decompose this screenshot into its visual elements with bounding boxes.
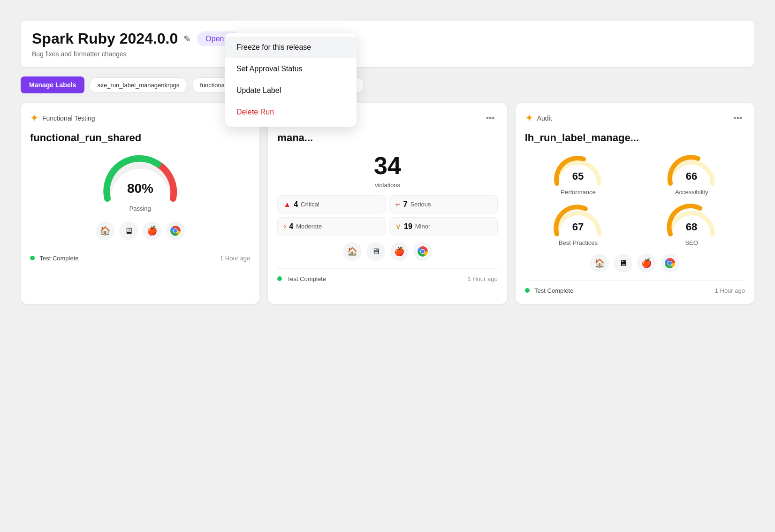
dropdown-menu: Freeze for this release Set Approval Sta… (225, 33, 357, 127)
accessibility-score-item: 66 Accessibility (638, 152, 745, 196)
apple-platform-icon: 🍎 (143, 221, 161, 240)
functional-time: 1 Hour ago (220, 255, 250, 262)
accessibility-status-text: Test Complete (287, 275, 326, 282)
best-practices-gauge: 67 (552, 202, 604, 237)
chrome-platform-icon (166, 221, 185, 240)
critical-icon: ▲ (283, 200, 291, 209)
critical-count: 4 (294, 200, 298, 209)
audit-card-menu-button[interactable]: ••• (730, 113, 745, 124)
header-top: Spark Ruby 2024.0.0 ✎ Open ∨ (32, 30, 743, 47)
dropdown-item-freeze[interactable]: Freeze for this release (225, 37, 357, 58)
dropdown-item-update-label[interactable]: Update Label (225, 80, 357, 101)
violations-label: violations (277, 182, 497, 189)
audit-card-footer: Test Complete 1 Hour ago (525, 280, 745, 295)
accessibility-status: Test Complete (277, 274, 326, 283)
svg-point-13 (668, 261, 672, 265)
moderate-badge: › 4 Moderate (277, 217, 386, 236)
accessibility-status-dot (277, 276, 282, 281)
minor-icon: ∨ (395, 222, 401, 231)
monitor-platform-icon-a: 🖥 (366, 242, 385, 261)
functional-icons-row: 🏠 🖥 🍎 (30, 221, 250, 240)
svg-text:80%: 80% (127, 181, 153, 196)
accessibility-icons-row: 🏠 🖥 🍎 (277, 242, 497, 261)
accessibility-run-name: mana... (277, 132, 497, 144)
label-tag-0[interactable]: axe_run_label_managenkrpgs (89, 77, 187, 93)
serious-icon: ⌐ (395, 199, 401, 209)
functional-run-name: functional_run_shared (30, 132, 250, 144)
apple-platform-icon-a: 🍎 (390, 242, 409, 261)
functional-testing-card: ✦ Functional Testing ••• functional_run_… (21, 103, 259, 304)
page-wrapper: Spark Ruby 2024.0.0 ✎ Open ∨ Bug fixes a… (9, 9, 766, 315)
svg-text:67: 67 (572, 221, 584, 233)
critical-badge: ▲ 4 Critical (277, 195, 386, 213)
svg-text:68: 68 (686, 221, 697, 233)
performance-label: Performance (561, 189, 595, 196)
seo-label: SEO (685, 239, 698, 246)
accessibility-gauge: 66 (666, 152, 717, 187)
violations-count: 34 (374, 152, 401, 179)
project-title: Spark Ruby 2024.0.0 (32, 30, 178, 47)
card-title-functional: Functional Testing (42, 114, 95, 122)
project-subtitle: Bug fixes and formatter changes (32, 50, 743, 58)
edit-icon[interactable]: ✎ (183, 33, 191, 45)
accessibility-card-footer: Test Complete 1 Hour ago (277, 268, 497, 283)
svg-text:65: 65 (572, 170, 584, 182)
dropdown-item-delete-run[interactable]: Delete Run (225, 101, 357, 123)
seo-score-item: 68 SEO (638, 202, 745, 246)
gauge-container: 80% Passing (30, 152, 250, 212)
violations-count-container: 34 (277, 152, 497, 180)
monitor-platform-icon: 🖥 (119, 221, 138, 240)
cards-row: ✦ Functional Testing ••• functional_run_… (21, 103, 754, 304)
header-card: Spark Ruby 2024.0.0 ✎ Open ∨ Bug fixes a… (21, 21, 754, 67)
minor-count: 19 (404, 222, 412, 231)
best-practices-score-item: 67 Best Practices (525, 202, 632, 246)
moderate-count: 4 (289, 222, 293, 231)
chrome-platform-icon-audit (661, 254, 679, 273)
accessibility-testing-card: ✦ Accessibility Testing ••• mana... 34 v… (268, 103, 507, 304)
home-platform-icon-audit: 🏠 (590, 254, 609, 273)
serious-type: Serious (410, 201, 431, 208)
card-header-audit: ✦ Audit ••• (525, 112, 745, 124)
accessibility-time: 1 Hour ago (467, 275, 497, 282)
sparkle-icon: ✦ (30, 112, 38, 124)
manage-labels-button[interactable]: Manage Labels (21, 76, 84, 93)
svg-point-6 (421, 250, 425, 253)
audit-run-name: lh_run_label_manage... (525, 132, 745, 144)
minor-badge: ∨ 19 Minor (389, 217, 498, 236)
functional-status-text: Test Complete (39, 255, 78, 262)
score-grid: 65 Performance 66 Accessibility (525, 152, 745, 246)
best-practices-label: Best Practices (559, 239, 598, 246)
card-title-audit: Audit (537, 114, 552, 122)
svg-text:66: 66 (686, 170, 697, 182)
status-dot (30, 256, 35, 260)
audit-status-text: Test Complete (534, 287, 573, 294)
audit-icons-row: 🏠 🖥 🍎 (525, 254, 745, 273)
audit-card: ✦ Audit ••• lh_run_label_manage... 65 Pe… (516, 103, 754, 304)
labels-bar: Manage Labels axe_run_label_managenkrpgs… (21, 76, 754, 93)
dropdown-item-set-approval[interactable]: Set Approval Status (225, 58, 357, 80)
home-platform-icon: 🏠 (96, 221, 114, 240)
seo-gauge: 68 (666, 202, 717, 237)
monitor-platform-icon-audit: 🖥 (614, 254, 632, 273)
audit-status-dot (525, 288, 530, 293)
apple-platform-icon-audit: 🍎 (637, 254, 656, 273)
accessibility-audit-label: Accessibility (675, 189, 708, 196)
audit-status: Test Complete (525, 286, 574, 295)
serious-badge: ⌐ 7 Serious (389, 195, 498, 213)
accessibility-card-menu-button[interactable]: ••• (483, 113, 498, 124)
functional-card-footer: Test Complete 1 Hour ago (30, 248, 250, 262)
moderate-icon: › (283, 221, 286, 231)
svg-point-3 (174, 229, 177, 233)
gauge-label: Passing (129, 205, 151, 212)
card-header-functional: ✦ Functional Testing ••• (30, 112, 250, 124)
serious-count: 7 (403, 200, 408, 209)
sparkle-icon-audit: ✦ (525, 112, 533, 124)
minor-type: Minor (415, 223, 431, 230)
moderate-type: Moderate (296, 223, 322, 230)
critical-type: Critical (301, 201, 319, 208)
violation-grid: ▲ 4 Critical ⌐ 7 Serious › 4 Moderate ∨ … (277, 195, 497, 236)
functional-status: Test Complete (30, 254, 79, 262)
chrome-platform-icon-a (413, 242, 432, 261)
performance-score-item: 65 Performance (525, 152, 632, 196)
audit-time: 1 Hour ago (715, 287, 745, 294)
